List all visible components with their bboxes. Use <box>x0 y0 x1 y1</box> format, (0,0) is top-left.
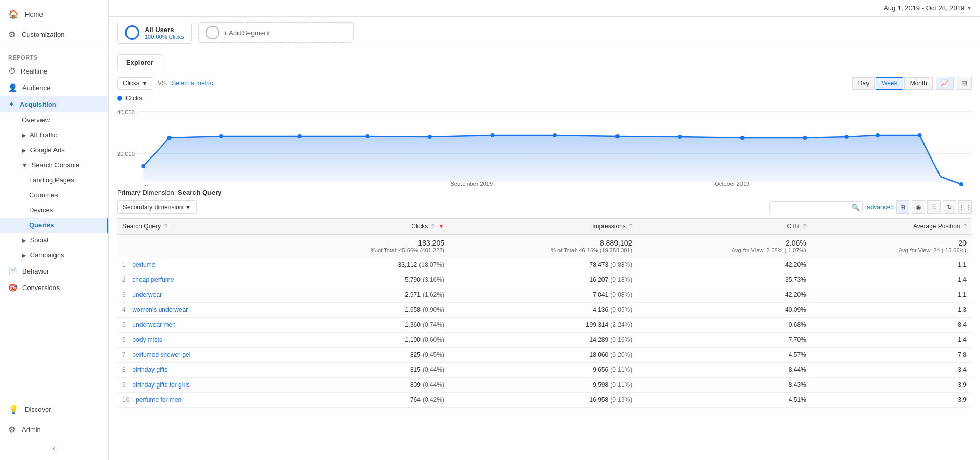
columns-view-icon[interactable]: ⋮⋮ <box>958 200 972 214</box>
sidebar-item-behavior[interactable]: 📄 Behavior <box>0 263 108 279</box>
cell-impressions: 7,041(0.08%) <box>450 288 637 303</box>
cell-clicks: 33,112(18.07%) <box>278 257 450 272</box>
segment-circle-icon <box>125 25 139 40</box>
advanced-link[interactable]: advanced <box>867 204 894 211</box>
sidebar-item-realtime[interactable]: ⏱ Realtime <box>0 63 108 79</box>
query-link[interactable]: birthday gifts for girls <box>132 381 190 389</box>
sidebar-item-queries[interactable]: Queries <box>0 218 108 233</box>
secondary-dimension-button[interactable]: Secondary dimension ▼ <box>117 200 197 214</box>
main-content: Aug 1, 2019 - Oct 28, 2019 ▼ All Users 1… <box>109 0 980 460</box>
line-chart-button[interactable]: 📈 <box>936 77 954 90</box>
list-view-icon[interactable]: ☰ <box>927 200 941 214</box>
table-row: 7. perfumed shower gel 825(0.45%) 18,060… <box>117 348 972 363</box>
chart-legend: Clicks <box>117 93 972 104</box>
cell-impressions: 16,207(0.18%) <box>450 272 637 288</box>
query-link[interactable]: perfume for men <box>136 396 181 404</box>
col-header-clicks[interactable]: Clicks ? ▼ <box>278 219 450 235</box>
time-btn-week[interactable]: Week <box>876 77 903 90</box>
query-link[interactable]: birthday gifts <box>132 366 167 373</box>
sidebar-item-home[interactable]: 🏠 Home <box>0 4 108 24</box>
cell-impressions: 18,060(0.20%) <box>450 348 637 363</box>
vs-label: VS. <box>158 80 167 87</box>
totals-clicks-cell: 183,205 % of Total: 45.66% (401,223) <box>278 235 450 257</box>
sidebar-collapse-button[interactable]: ‹ <box>0 440 108 456</box>
sidebar-item-countries[interactable]: Countries <box>0 188 108 203</box>
svg-text:20,000: 20,000 <box>117 151 135 157</box>
svg-point-10 <box>428 135 432 139</box>
table-section: Primary Dimension: Search Query Secondar… <box>109 189 980 416</box>
date-range-caret-icon: ▼ <box>967 5 972 11</box>
sidebar-item-overview[interactable]: Overview <box>0 112 108 127</box>
cell-clicks: 1,100(0.60%) <box>278 333 450 348</box>
pie-view-icon[interactable]: ◉ <box>912 200 925 214</box>
col-header-impressions[interactable]: Impressions ? <box>450 219 637 235</box>
cell-clicks: 825(0.45%) <box>278 348 450 363</box>
table-row: 1. perfume 33,112(18.07%) 78,473(0.88%) … <box>117 257 972 272</box>
date-range-picker[interactable]: Aug 1, 2019 - Oct 28, 2019 ▼ <box>884 4 972 12</box>
sidebar-item-discover[interactable]: 💡 Discover <box>0 399 108 420</box>
table-row: 8. birthday gifts 815(0.44%) 9,656(0.11%… <box>117 363 972 378</box>
sidebar-item-audience[interactable]: 👤 Audience <box>0 79 108 96</box>
explorer-tab-row: Explorer <box>117 54 972 71</box>
sidebar-item-campaigns[interactable]: ▶ Campaigns <box>0 248 108 263</box>
col-impressions-help-icon: ? <box>629 223 632 229</box>
cell-query: 1. perfume <box>117 257 278 272</box>
svg-point-19 <box>917 133 921 137</box>
add-segment-label: + Add Segment <box>223 29 270 37</box>
cell-query: 6. body mists <box>117 333 278 348</box>
cell-avgpos: 3.4 <box>811 363 972 378</box>
table-row: 3. underwear 2,971(1.62%) 7,041(0.08%) 4… <box>117 288 972 303</box>
sidebar-item-landingpages[interactable]: Landing Pages <box>0 172 108 188</box>
svg-point-18 <box>876 133 880 137</box>
table-search-input[interactable] <box>769 201 863 213</box>
sidebar-item-conversions[interactable]: 🎯 Conversions <box>0 279 108 296</box>
cell-query: 3. underwear <box>117 288 278 303</box>
query-link[interactable]: body mists <box>132 336 162 343</box>
segment-label: All Users <box>145 26 184 34</box>
sidebar-item-acquisition[interactable]: ✦ Acquisition <box>0 96 108 112</box>
tab-explorer[interactable]: Explorer <box>117 54 162 71</box>
sidebar-item-searchconsole[interactable]: ▼ Search Console <box>0 157 108 172</box>
audience-label: Audience <box>22 84 50 92</box>
query-link[interactable]: perfume <box>132 261 155 268</box>
collapse-icon: ‹ <box>53 444 55 452</box>
primary-dimension-label: Primary Dimension: Search Query <box>117 189 972 196</box>
metric-selector-button[interactable]: Clicks ▼ <box>117 77 153 90</box>
sidebar-item-admin[interactable]: ⚙ Admin <box>0 420 108 440</box>
sidebar-item-googleads[interactable]: ▶ Google Ads <box>0 142 108 157</box>
table-icon-controls: 🔍 advanced ⊞ ◉ ☰ ⇅ ⋮⋮ <box>769 200 972 214</box>
segment-pill-allusers[interactable]: All Users 100.00% Clicks <box>117 22 192 44</box>
select-metric-link[interactable]: Select a metric <box>172 80 213 87</box>
query-link[interactable]: cheap perfume <box>132 276 174 283</box>
pivot-view-icon[interactable]: ⇅ <box>943 200 956 214</box>
secondary-dim-caret-icon: ▼ <box>185 204 191 211</box>
conversions-icon: 🎯 <box>8 283 17 292</box>
grid-view-icon[interactable]: ⊞ <box>896 200 909 214</box>
chart-area: Clicks 40,000 20,000 <box>109 93 980 189</box>
time-btn-month[interactable]: Month <box>904 77 933 90</box>
sidebar-item-alltraffic[interactable]: ▶ All Traffic <box>0 127 108 142</box>
time-btn-day[interactable]: Day <box>852 77 875 90</box>
segment-info: All Users 100.00% Clicks <box>145 26 184 40</box>
cell-query: 5. underwear men <box>117 318 278 333</box>
query-link[interactable]: women's underwear <box>132 306 188 313</box>
scatter-chart-button[interactable]: ⊞ <box>957 77 972 90</box>
add-segment-button[interactable]: + Add Segment <box>198 22 354 43</box>
col-clicks-help-icon: ? <box>431 223 435 229</box>
metric-label: Clicks <box>123 80 139 87</box>
svg-point-16 <box>803 136 807 140</box>
sidebar-item-social[interactable]: ▶ Social <box>0 233 108 248</box>
col-header-query[interactable]: Search Query ? <box>117 219 278 235</box>
sidebar-item-devices[interactable]: Devices <box>0 203 108 218</box>
totals-ctr-cell: 2.06% Avg for View: 2.08% (-1.07%) <box>637 235 811 257</box>
col-header-avgpos[interactable]: Average Position ? <box>811 219 972 235</box>
query-link[interactable]: underwear men <box>132 321 175 328</box>
query-link[interactable]: underwear <box>132 291 162 298</box>
table-row: 10. perfume for men 764(0.42%) 16,958(0.… <box>117 393 972 408</box>
sidebar-item-customization[interactable]: ⚙ Customization <box>0 24 108 45</box>
query-link[interactable]: perfumed shower gel <box>132 351 190 358</box>
cell-ctr: 8.44% <box>637 363 811 378</box>
cell-impressions: 16,958(0.19%) <box>450 393 637 408</box>
cell-query: 2. cheap perfume <box>117 272 278 288</box>
col-header-ctr[interactable]: CTR ? <box>637 219 811 235</box>
